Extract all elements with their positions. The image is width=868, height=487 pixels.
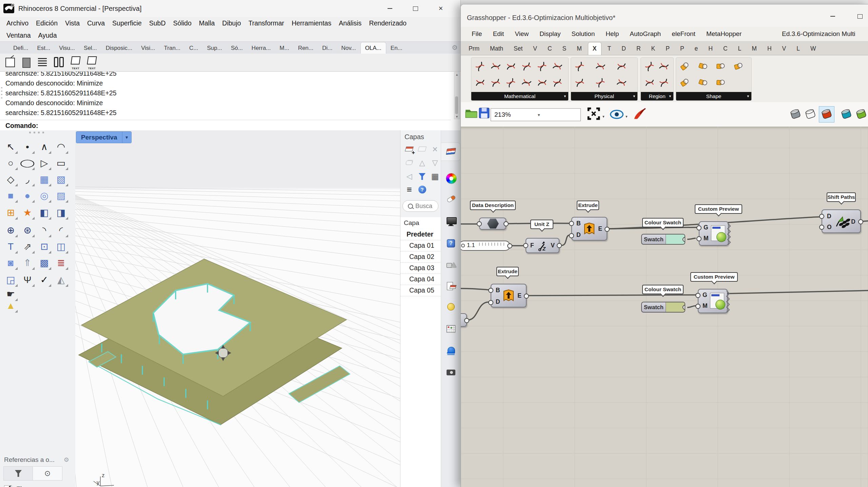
component-icon[interactable] [551,75,564,90]
toolbar-tab-visu[interactable]: Visu... [55,42,79,54]
gh-maximize-button[interactable] [851,11,868,22]
polygon-icon[interactable]: ◇ [3,172,18,187]
input-port[interactable] [695,293,701,298]
toolbar-tab-visi[interactable]: Visi... [137,42,159,54]
component-icon[interactable] [714,59,727,74]
materials-tab-icon[interactable] [446,193,456,204]
distribute-icon[interactable]: ≣ [54,256,69,270]
toolbar-tab-en[interactable]: En... [386,42,407,54]
copy-icon[interactable]: ⊡ [37,240,52,254]
gh-tab-k-11[interactable]: K [647,42,660,55]
viewport-tab-perspectiva[interactable]: Perspectiva ▼ [76,131,132,143]
fillet-edge-icon[interactable]: ◝ [37,223,52,238]
component-icon[interactable] [678,75,692,90]
toolbar-tab-ola[interactable]: OLA... [360,42,386,54]
osnap-gear-icon[interactable]: ⚙ [64,456,69,464]
gh-tab-t-8[interactable]: T [603,42,616,55]
new-layer-icon[interactable] [405,145,414,154]
layout-grid-icon[interactable] [54,56,65,69]
explode-icon[interactable]: ★ [20,206,35,220]
toolbar-tab-c[interactable]: C... [185,42,202,54]
swatch-button[interactable]: Swatch [642,302,666,312]
filter-icon[interactable] [417,172,427,181]
component-icon[interactable] [489,59,502,74]
menu-ventana[interactable]: Ventana [3,32,35,39]
menu-malla[interactable]: Malla [195,19,219,27]
zoom-level-dropdown[interactable]: 213% ▾ [491,108,581,121]
solids-tab-icon[interactable] [446,260,456,270]
component-icon[interactable] [551,59,564,74]
output-port[interactable] [858,219,863,224]
gh-tab-p-13[interactable]: P [676,42,689,55]
check-icon[interactable]: ✓ [37,273,52,287]
gh-tab-math-1[interactable]: Math [486,42,508,55]
group-expand-icon[interactable]: ▾ [747,94,749,98]
menu-edicin[interactable]: Edición [32,19,61,27]
unit-z-component[interactable]: F V Z [526,238,559,253]
pyramid-icon[interactable]: ▲ [3,299,18,313]
teal-gem-icon[interactable] [840,108,853,120]
fillet-corner-icon[interactable]: ◞ [20,172,35,187]
scroll-up-icon[interactable]: ▲ [454,73,459,77]
spreadsheet-tab-icon[interactable] [446,324,456,334]
command-history[interactable]: searchsize: 5.821516052911648E+25Comando… [0,71,460,131]
caret-icon[interactable]: ▾ [626,114,628,119]
component-icon[interactable] [520,59,533,74]
osnap-item-fin[interactable]: ✓Fin [4,485,25,487]
gh-tab-w-22[interactable]: W [806,42,821,55]
toolbar-tab-di[interactable]: Di... [318,42,337,54]
solid-fill-icon[interactable] [21,56,33,69]
command-scrollbar[interactable]: ▲ ▼ [454,72,460,119]
checkbox[interactable]: ✓ [4,485,12,487]
gh-tab-m-6[interactable]: M [572,42,586,55]
gh-menu-solution[interactable]: Solution [566,30,600,38]
partial-component[interactable] [460,313,467,327]
wireframe-gem-icon[interactable] [804,108,817,120]
component-icon[interactable] [473,75,487,90]
snapshots-tab-icon[interactable] [446,367,456,377]
input-port[interactable] [819,214,824,219]
dropdown-caret-icon[interactable]: ▾ [538,112,578,117]
trim-icon[interactable]: ◧ [37,206,52,220]
input-port[interactable] [523,243,528,248]
array-icon[interactable]: ▩ [37,256,52,270]
duplicate-layer-icon[interactable] [405,158,414,168]
gh-tab-prm-0[interactable]: Prm [464,42,484,55]
toolbar-gear-icon[interactable]: ⚙ [452,43,458,52]
group-banner-mathematical[interactable]: Mathematical▾ [471,92,568,100]
caret-icon[interactable]: ▾ [603,114,605,119]
red-gem-icon[interactable] [820,108,833,120]
number-slider[interactable]: 1.1 [460,241,510,251]
move-down-icon[interactable] [430,158,440,168]
color-wheel-tab-icon[interactable] [446,173,457,184]
scrollbar-thumb[interactable] [455,96,458,114]
input-port[interactable] [569,233,574,238]
group-banner-physical[interactable]: Physical▾ [571,92,637,100]
input-port[interactable] [696,225,702,230]
layer-row-capa01[interactable]: Capa 01 [400,240,441,251]
gh-tab-v-3[interactable]: V [529,42,541,55]
gh-tab-l-17[interactable]: L [734,42,746,55]
shaded-gem-icon[interactable] [789,108,802,120]
slider-ticks[interactable] [479,243,506,246]
select-arrow-icon[interactable]: ↖ [3,140,18,154]
gh-menu-metahopper[interactable]: MetaHopper [701,30,747,38]
box-icon[interactable]: ■ [3,189,18,203]
primitives-icon[interactable]: ◭ [54,273,69,287]
input-port[interactable] [569,221,574,226]
green-gem-icon[interactable] [855,108,868,120]
component-icon[interactable] [643,75,656,90]
component-icon[interactable] [573,59,587,74]
component-icon[interactable] [657,75,671,90]
move-icon[interactable]: ⇗ [20,240,35,254]
model-upper-slab[interactable] [81,259,350,409]
torus-icon[interactable]: ◎ [37,189,52,203]
extrude-surface-icon[interactable]: ⇑ [20,256,35,270]
component-icon[interactable] [615,75,628,90]
extrude-component-2[interactable]: B D E [491,284,527,307]
arc-icon[interactable]: ▷ [37,156,52,170]
toolbar-tab-sel[interactable]: Sel... [79,42,101,54]
point-icon[interactable]: • [20,140,35,154]
gh-tab-r-10[interactable]: R [632,42,645,55]
layer-row-capa03[interactable]: Capa 03 [400,262,441,274]
